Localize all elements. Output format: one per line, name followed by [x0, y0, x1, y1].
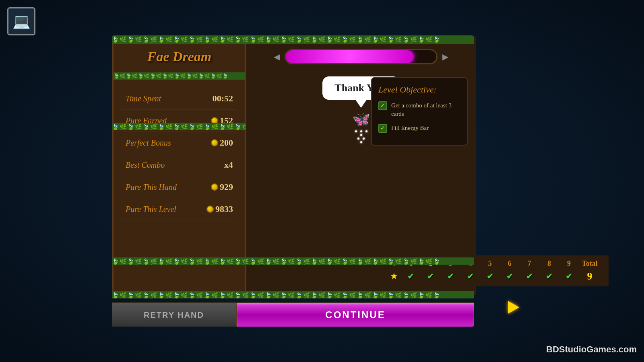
stat-row-best-combo: Best Combo x4 — [122, 154, 237, 176]
score-cell-6: ✔ — [500, 272, 520, 281]
sparkle-row-4 — [360, 141, 362, 143]
retry-hand-button[interactable]: RETRY HAND — [112, 303, 237, 327]
fairy-area: 🦋 — [352, 111, 370, 143]
check-green-3: ✔ — [447, 272, 454, 281]
left-vine-divider — [112, 123, 246, 130]
continue-button[interactable]: CONTINUE — [237, 303, 474, 327]
star-icon: ★ — [390, 271, 398, 281]
score-cell-9: ✔ — [559, 272, 579, 281]
stat-label-best-combo: Best Combo — [126, 160, 165, 170]
score-header-7: 7 — [520, 259, 539, 268]
stat-label-pure-this-level: Pure This Level — [126, 205, 176, 214]
sparkles — [355, 130, 367, 143]
check-green-6: ✔ — [506, 272, 513, 281]
stat-value-perfect-bonus: 200 — [211, 138, 233, 148]
check-green-5: ✔ — [487, 272, 493, 281]
score-cell-total: 9 — [579, 270, 601, 282]
cursor-arrow-icon — [508, 301, 519, 314]
laptop-icon: 💻 — [7, 7, 35, 35]
objective-item-2: ✓ Fill Energy Bar — [378, 124, 460, 133]
energy-bar-fill — [286, 50, 414, 63]
check-box-1: ✓ — [378, 101, 387, 110]
check-green-8: ✔ — [546, 272, 553, 281]
objective-text-2: Fill Energy Bar — [391, 124, 429, 132]
objective-item-1: ✓ Get a combo of at least 3 cards — [378, 101, 460, 118]
objective-text-1: Get a combo of at least 3 cards — [391, 101, 460, 118]
objective-box: Level Objective: ✓ Get a combo of at lea… — [371, 77, 468, 146]
stat-value-pure-this-level: 9833 — [206, 204, 233, 214]
check-green-1: ✔ — [407, 272, 414, 281]
bottom-buttons: RETRY HAND CONTINUE — [112, 302, 474, 327]
score-cell-7: ✔ — [520, 272, 539, 281]
score-header-6: 6 — [500, 259, 520, 268]
stats-table: Time Spent 00:52 Pure Earned 152 Perfect… — [114, 80, 245, 228]
energy-arrow-right-icon[interactable]: ▶ — [442, 52, 448, 62]
score-cell-3: ✔ — [441, 272, 460, 281]
stat-label-perfect-bonus: Perfect Bonus — [126, 138, 171, 148]
score-header-9: 9 — [559, 259, 579, 268]
check-green-9: ✔ — [566, 272, 572, 281]
score-cell-8: ✔ — [539, 272, 559, 281]
stat-row-pure-this-level: Pure This Level 9833 — [122, 198, 237, 220]
sparkle-1 — [355, 130, 357, 132]
sparkle-7 — [360, 141, 362, 143]
coin-icon-2 — [211, 139, 218, 146]
score-cell-hash: ★ — [387, 271, 401, 282]
coin-icon-3 — [211, 183, 218, 191]
sparkle-2 — [360, 130, 362, 132]
sparkle-row-1 — [355, 130, 367, 132]
score-header-5: 5 — [480, 259, 500, 268]
sparkle-row-2 — [360, 134, 362, 136]
stat-row-pure-this-hand: Pure This Hand 929 — [122, 176, 237, 198]
sparkle-6 — [363, 138, 365, 140]
stat-value-best-combo: x4 — [224, 160, 233, 170]
middle-vine-border — [112, 257, 474, 265]
score-cell-4: ✔ — [460, 272, 480, 281]
sparkle-5 — [357, 138, 359, 140]
sparkle-row-3 — [357, 138, 365, 140]
score-cell-2: ✔ — [421, 272, 440, 281]
score-header-total: Total — [579, 259, 601, 268]
check-box-2: ✓ — [378, 124, 387, 133]
energy-arrow-left-icon[interactable]: ◀ — [274, 52, 280, 62]
fairy-icon: 🦋 — [352, 111, 370, 128]
stat-row-perfect-bonus: Perfect Bonus 200 — [122, 132, 237, 154]
title-vine-divider — [114, 72, 245, 80]
stat-row-time: Time Spent 00:52 — [122, 88, 237, 110]
score-cell-5: ✔ — [480, 272, 500, 281]
check-green-4: ✔ — [467, 272, 474, 281]
coin-icon-4 — [206, 206, 214, 213]
score-header-8: 8 — [539, 259, 559, 268]
score-data-row: ★ ✔ ✔ ✔ ✔ ✔ ✔ ✔ ✔ ✔ 9 — [387, 270, 601, 282]
right-panel: ◀ ▶ Thank You! 🦋 — [246, 37, 476, 295]
stat-label-time: Time Spent — [126, 94, 161, 103]
left-panel: Fae Dream Time Spent 00:52 Pure Earned 1… — [114, 37, 246, 295]
top-vine-border — [112, 35, 474, 44]
score-cell-1: ✔ — [401, 272, 421, 281]
energy-bar-background — [285, 49, 438, 64]
check-green-7: ✔ — [526, 272, 533, 281]
sparkle-4 — [360, 134, 362, 136]
bottom-vine-border — [112, 291, 474, 298]
stat-value-pure-this-hand: 929 — [211, 182, 233, 192]
watermark: BDStudioGames.com — [546, 344, 637, 355]
sparkle-3 — [365, 130, 367, 132]
stat-label-pure-this-hand: Pure This Hand — [126, 183, 177, 192]
check-green-2: ✔ — [427, 272, 434, 281]
stat-value-time: 00:52 — [213, 93, 233, 104]
objective-title: Level Objective: — [378, 84, 460, 95]
